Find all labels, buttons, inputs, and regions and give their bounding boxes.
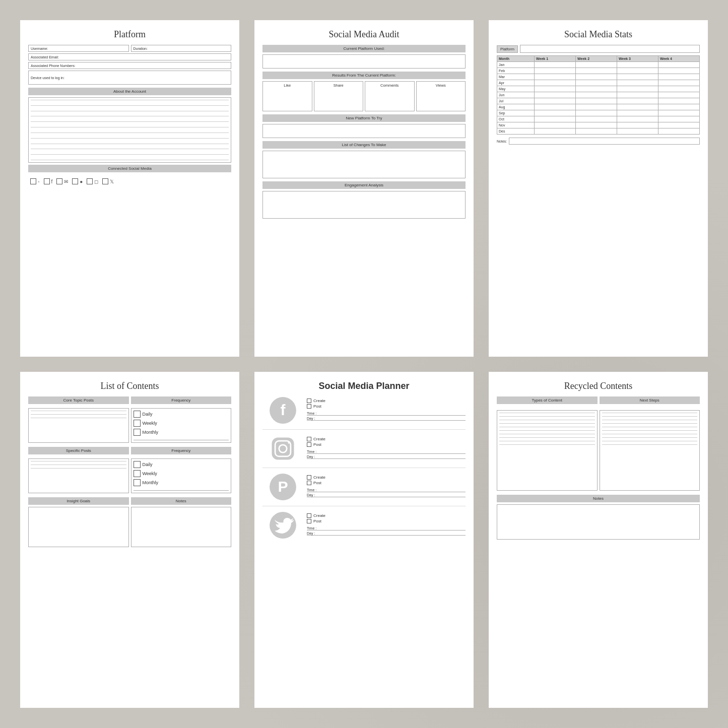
recycled-line (499, 416, 595, 417)
recycled-line (602, 437, 698, 438)
planner-page: Social Media Planner f Create Post (254, 372, 474, 708)
checkbox-instagram[interactable] (30, 178, 36, 184)
table-row: Aug (497, 104, 700, 110)
core-freq-list: Daily Weekly Monthly (131, 408, 232, 443)
fb-create-checkbox[interactable] (307, 399, 311, 403)
table-row: Des (497, 128, 700, 135)
month-jul: Jul (497, 98, 535, 104)
freq-daily-1: Daily (134, 411, 229, 418)
instagram-icon: ◦ (38, 179, 40, 184)
instagram-logo-icon (269, 435, 297, 462)
pin-time-label: Time : (307, 488, 316, 492)
ig-post-row: Post (307, 442, 466, 447)
changes-textarea[interactable] (262, 151, 466, 178)
ig-create-checkbox[interactable] (307, 437, 311, 441)
table-row: Jun (497, 92, 700, 98)
pin-create-checkbox[interactable] (307, 475, 311, 480)
pin-post-checkbox[interactable] (307, 481, 311, 485)
freq-monthly-2: Monthly (134, 479, 229, 486)
tw-create-label: Create (313, 513, 325, 518)
tw-post-label: Post (313, 519, 321, 523)
social-item-twitter: 𝕏 (102, 178, 114, 184)
platform-label: Platform (497, 45, 518, 53)
tw-post-checkbox[interactable] (307, 519, 311, 523)
pinterest-logo-icon: P (269, 473, 297, 501)
twitter-icon-container (262, 511, 303, 539)
insight-box[interactable] (28, 507, 129, 547)
comments-cell[interactable]: Comments (365, 81, 415, 111)
month-apr: Apr (497, 80, 535, 86)
core-posts-list[interactable] (28, 408, 129, 443)
daily-checkbox-2[interactable] (134, 461, 141, 468)
about-header: About the Account (28, 88, 231, 95)
share-cell[interactable]: Share (314, 81, 364, 111)
phone-field[interactable]: Associated Phone Numbers: (28, 62, 231, 69)
about-textarea[interactable] (28, 97, 231, 163)
snapchat-icon: ◻ (94, 179, 98, 184)
pin-post-label: Post (313, 481, 321, 485)
current-platform-input[interactable] (262, 54, 466, 69)
specific-posts-list[interactable] (28, 458, 129, 493)
twitter-icon: 𝕏 (110, 179, 114, 184)
tw-time-label: Time : (307, 526, 316, 530)
post-line (31, 465, 126, 465)
new-platform-input[interactable] (262, 124, 466, 138)
notes-input[interactable] (509, 138, 700, 145)
ig-day-label: Day : (307, 455, 315, 458)
table-row: Feb (497, 68, 700, 74)
fb-create-label: Create (313, 399, 325, 403)
post-line (31, 461, 126, 461)
platform-page: Platform Username: Duration: Associated … (20, 20, 239, 357)
freq-monthly-1: Monthly (134, 429, 229, 436)
weekly-checkbox-1[interactable] (134, 420, 141, 427)
email-field[interactable]: Associated Email: (28, 53, 231, 60)
types-box[interactable] (497, 410, 598, 491)
daily-label-1: Daily (143, 412, 153, 417)
checkbox-whatsapp[interactable] (56, 178, 62, 184)
insight-header: Insight Goals (28, 497, 129, 505)
daily-checkbox-1[interactable] (134, 411, 141, 418)
engagement-textarea[interactable] (262, 191, 466, 219)
freq-weekly-1: Weekly (134, 420, 229, 427)
notes-box[interactable] (131, 507, 232, 547)
weekly-checkbox-2[interactable] (134, 470, 141, 477)
fb-time-label: Time : (307, 412, 316, 415)
recycled-notes-box[interactable] (497, 504, 700, 540)
social-item-tiktok: ● (72, 178, 83, 184)
duration-field[interactable]: Duration: (131, 45, 232, 52)
ig-post-checkbox[interactable] (307, 442, 311, 447)
username-field[interactable]: Username: (28, 45, 129, 52)
like-cell[interactable]: Like (262, 81, 312, 111)
post-line (31, 468, 126, 469)
like-label: Like (264, 83, 310, 88)
checkbox-twitter[interactable] (102, 178, 108, 184)
tw-create-checkbox[interactable] (307, 513, 311, 518)
checkbox-snapchat[interactable] (87, 178, 93, 184)
recycled-line (602, 420, 698, 420)
fb-post-label: Post (313, 404, 321, 409)
views-cell[interactable]: Views (416, 81, 466, 111)
ig-create-row: Create (307, 437, 466, 441)
recycled-line (602, 444, 698, 445)
month-jun: Jun (497, 92, 535, 98)
platform-input[interactable] (520, 45, 700, 53)
social-item-facebook: f (44, 178, 53, 184)
recycled-line (499, 413, 595, 413)
fb-post-checkbox[interactable] (307, 404, 311, 409)
monthly-checkbox-1[interactable] (134, 429, 141, 436)
engagement-header: Engagement Analysis (262, 181, 466, 189)
monthly-checkbox-2[interactable] (134, 479, 141, 486)
ig-create-label: Create (313, 437, 325, 441)
specific-content-row: Daily Weekly Monthly (28, 458, 231, 493)
twitter-fields: Create Post Time : Day : (307, 513, 466, 537)
checkbox-facebook[interactable] (44, 178, 50, 184)
col-month: Month (497, 56, 535, 62)
device-field[interactable]: Device used to log in: (28, 71, 231, 85)
table-row: May (497, 86, 700, 92)
ig-post-label: Post (313, 442, 321, 447)
month-nov: Nov (497, 122, 535, 128)
pin-time-day: Time : Day : (307, 488, 466, 498)
checkbox-tiktok[interactable] (72, 178, 78, 184)
next-steps-box[interactable] (600, 410, 700, 491)
recycled-line (602, 434, 698, 434)
